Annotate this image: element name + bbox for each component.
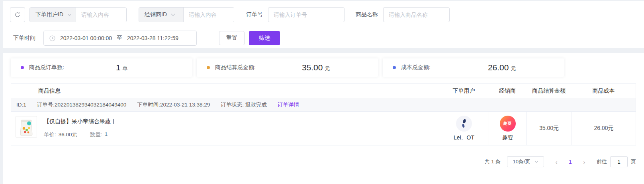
header-settlement: 商品结算金额: [526, 87, 572, 95]
order-time-end: 2022-03-28 11:22:59: [127, 35, 178, 41]
order-no-label: 订单号: [246, 11, 263, 18]
card-total-orders-label: 商品总订单数:: [29, 64, 64, 71]
refresh-button[interactable]: [10, 7, 25, 22]
card-total-orders-unit: 单: [123, 65, 128, 72]
card-total-orders-value: 1: [116, 63, 121, 72]
filter-panel: 下单用户ID 经销商ID 订单号 商品名称 下单时间: [3, 1, 644, 48]
product-name-label: 商品名称: [356, 11, 378, 18]
pagination-total: 共 1 条: [485, 158, 501, 165]
prev-page-button[interactable]: ‹: [550, 159, 562, 165]
product-image: [16, 116, 37, 138]
header-product-info: 商品信息: [11, 87, 439, 95]
order-number: 订单号:202201382934032184049400: [37, 101, 126, 108]
filter-row-1: 下单用户ID 经销商ID 订单号 商品名称: [10, 7, 450, 22]
dealer-avatar: 趣耍: [500, 116, 516, 132]
reset-button[interactable]: 重置: [219, 31, 245, 45]
goto-label: 前往: [597, 158, 607, 165]
chevron-down-icon: [534, 161, 538, 163]
card-settlement-total-value: 35.00: [302, 63, 323, 72]
chevron-down-icon: [171, 14, 175, 16]
table-row: 【仅自提】呆小帝综合果蔬干 单价: 36.00元 数量: 1: [11, 111, 636, 145]
order-time-range-picker[interactable]: 2022-03-01 00:00:00 至 2022-03-28 11:22:5…: [43, 31, 197, 46]
header-buyer: 下单用户: [439, 87, 489, 95]
card-settlement-total-unit: 元: [325, 65, 330, 72]
product-title: 【仅自提】呆小帝综合果蔬干: [44, 116, 116, 125]
card-cost-total-value: 26.00: [488, 63, 509, 72]
order-time-label: 下单时间: [13, 35, 35, 42]
cost-cell: 26.00元: [572, 112, 636, 145]
buyer-cell: Lei、OT: [439, 112, 489, 145]
orders-table: 商品信息 下单用户 经销商 商品结算金额 商品成本 ID:1 订单号:20220…: [11, 83, 636, 145]
page-size-select[interactable]: 10条/页: [507, 156, 544, 167]
next-page-button[interactable]: ›: [578, 159, 590, 165]
card-cost-total-label: 成本总金额:: [401, 64, 431, 71]
qty-value: 1: [105, 131, 108, 138]
order-id: ID:1: [16, 102, 26, 108]
clock-icon: [49, 35, 55, 41]
card-cost-total-unit: 元: [511, 65, 516, 72]
order-meta-bar: ID:1 订单号:202201382934032184049400 下单时间:2…: [11, 98, 636, 111]
order-time: 下单时间:2022-03-21 13:38:29: [137, 101, 210, 108]
header-cost: 商品成本: [572, 87, 636, 95]
price-label: 单价:: [44, 131, 56, 138]
order-no-input[interactable]: [268, 7, 345, 22]
dealer-avatar-text: 趣耍: [503, 121, 512, 126]
header-dealer: 经销商: [489, 87, 526, 95]
order-time-start: 2022-03-01 00:00:00: [60, 35, 112, 41]
user-id-input[interactable]: [76, 8, 126, 22]
refresh-icon: [14, 12, 21, 18]
price-value: 36.00元: [59, 131, 77, 138]
purple-dot-icon: [21, 66, 24, 69]
dealer-id-input[interactable]: [184, 8, 234, 22]
content-panel: 商品总订单数: 1 单 商品结算总金额: 35.00 元 成本总金额: 26.0…: [3, 53, 644, 184]
chevron-down-icon: [67, 14, 72, 16]
blue-dot-icon: [393, 66, 396, 69]
user-id-filter-group: 下单用户ID: [29, 7, 127, 22]
dealer-id-type-select[interactable]: 经销商ID: [139, 8, 184, 22]
pagination: 共 1 条 10条/页 ‹ 1 › 前往 页: [485, 156, 636, 167]
order-time-separator: 至: [117, 35, 122, 42]
qty-label: 数量:: [90, 131, 102, 138]
dealer-id-filter-group: 经销商ID: [139, 7, 234, 22]
buyer-avatar: [456, 116, 472, 132]
user-id-type-select[interactable]: 下单用户ID: [30, 8, 76, 22]
filter-row-2: 下单时间 2022-03-01 00:00:00 至 2022-03-28 11…: [13, 31, 280, 46]
cost-amount: 26.00元: [594, 125, 613, 132]
order-detail-link[interactable]: 订单详情: [278, 101, 299, 108]
card-total-orders: 商品总订单数: 1 单: [11, 58, 192, 77]
page-size-value: 10条/页: [513, 158, 530, 165]
card-settlement-total: 商品结算总金额: 35.00 元: [197, 58, 378, 77]
buyer-name: Lei、OT: [454, 134, 474, 141]
page-unit-label: 页: [631, 158, 636, 165]
product-name-input[interactable]: [383, 7, 450, 22]
card-cost-total: 成本总金额: 26.00 元: [383, 58, 564, 77]
order-status: 订单状态: 退款完成: [221, 101, 267, 108]
card-settlement-total-label: 商品结算总金额:: [215, 64, 256, 71]
user-id-select-label: 下单用户ID: [35, 11, 63, 18]
settlement-cell: 35.00元: [526, 112, 572, 145]
product-cell: 【仅自提】呆小帝综合果蔬干 单价: 36.00元 数量: 1: [11, 112, 439, 145]
page-number-current[interactable]: 1: [565, 159, 576, 165]
dealer-cell: 趣耍 趣耍: [489, 112, 526, 145]
summary-cards: 商品总订单数: 1 单 商品结算总金额: 35.00 元 成本总金额: 26.0…: [11, 58, 564, 77]
orange-dot-icon: [207, 66, 210, 69]
dealer-name: 趣耍: [502, 134, 513, 141]
table-header-row: 商品信息 下单用户 经销商 商品结算金额 商品成本: [11, 84, 636, 98]
dealer-id-select-label: 经销商ID: [145, 11, 167, 18]
settlement-amount: 35.00元: [539, 125, 559, 132]
filter-submit-button[interactable]: 筛选: [249, 31, 280, 45]
goto-page-input[interactable]: [610, 156, 628, 167]
